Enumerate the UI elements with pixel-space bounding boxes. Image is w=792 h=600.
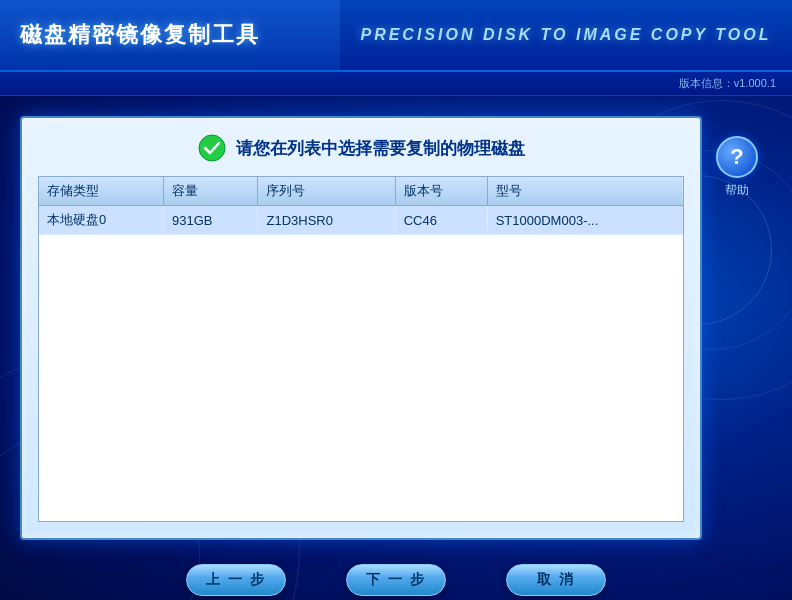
next-button[interactable]: 下 一 步	[346, 564, 446, 596]
prev-button[interactable]: 上 一 步	[186, 564, 286, 596]
app-title-chinese: 磁盘精密镜像复制工具	[20, 20, 260, 50]
center-panel: 请您在列表中选择需要复制的物理磁盘 存储类型 容量 序列号 版本号 型号 本地硬…	[20, 116, 702, 540]
header-left: 磁盘精密镜像复制工具	[0, 0, 340, 70]
right-sidebar: ? 帮助	[702, 116, 772, 540]
table-row[interactable]: 本地硬盘0931GBZ1D3HSR0CC46ST1000DM003-...	[39, 206, 683, 235]
header-right: Precision Disk to Image Copy Tool	[340, 0, 792, 70]
help-label: 帮助	[725, 182, 749, 199]
col-serial: 序列号	[258, 177, 395, 206]
col-version: 版本号	[395, 177, 487, 206]
version-bar: 版本信息：v1.000.1	[0, 72, 792, 96]
disk-table-container[interactable]: 存储类型 容量 序列号 版本号 型号 本地硬盘0931GBZ1D3HSR0CC4…	[38, 176, 684, 522]
help-button[interactable]: ? 帮助	[716, 136, 758, 199]
help-icon: ?	[716, 136, 758, 178]
cancel-button[interactable]: 取 消	[506, 564, 606, 596]
panel-instruction: 请您在列表中选择需要复制的物理磁盘	[236, 137, 525, 160]
app-title-english: Precision Disk to Image Copy Tool	[360, 26, 771, 44]
col-type: 存储类型	[39, 177, 163, 206]
panel-header: 请您在列表中选择需要复制的物理磁盘	[38, 134, 684, 162]
footer-buttons: 上 一 步 下 一 步 取 消	[0, 560, 792, 600]
col-capacity: 容量	[163, 177, 257, 206]
header: 磁盘精密镜像复制工具 Precision Disk to Image Copy …	[0, 0, 792, 72]
table-header-row: 存储类型 容量 序列号 版本号 型号	[39, 177, 683, 206]
checkmark-icon	[198, 134, 226, 162]
main-content: 请您在列表中选择需要复制的物理磁盘 存储类型 容量 序列号 版本号 型号 本地硬…	[0, 96, 792, 560]
svg-point-0	[199, 135, 225, 161]
col-model: 型号	[487, 177, 683, 206]
version-label: 版本信息：v1.000.1	[679, 76, 776, 91]
disk-table: 存储类型 容量 序列号 版本号 型号 本地硬盘0931GBZ1D3HSR0CC4…	[39, 177, 683, 235]
